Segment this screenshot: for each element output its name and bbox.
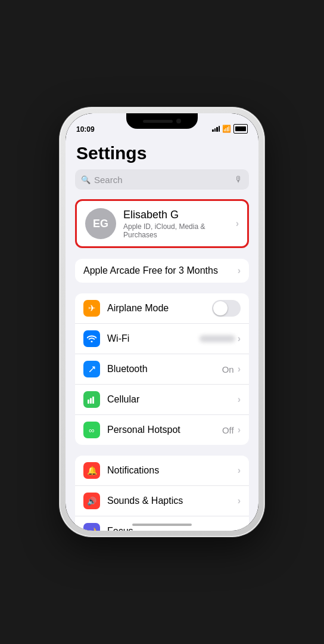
airplane-mode-icon: ✈ [83, 300, 100, 317]
cellular-row[interactable]: Cellular › [75, 385, 249, 415]
sounds-label: Sounds & Haptics [107, 496, 238, 506]
chevron-right-icon: › [238, 265, 241, 276]
cellular-svg [88, 395, 96, 404]
home-bar [132, 524, 192, 526]
bluetooth-icon: ⭧ [83, 361, 100, 377]
signal-bar-4 [219, 126, 220, 132]
svg-rect-0 [88, 400, 89, 404]
camera [176, 119, 181, 123]
bluetooth-label: Bluetooth [107, 364, 222, 374]
phone-frame: 10:09 📶 [60, 107, 264, 537]
notch [126, 113, 198, 129]
hotspot-row[interactable]: ∞ Personal Hotspot Off › [75, 415, 249, 445]
svg-rect-2 [92, 397, 94, 404]
microphone-icon: 🎙 [235, 175, 243, 184]
wifi-label: Wi-Fi [107, 333, 200, 344]
settings-content: Settings 🔍 Search 🎙 EG Elisabeth G Apple… [66, 137, 258, 531]
wifi-row[interactable]: Wi-Fi › [75, 324, 249, 354]
svg-rect-1 [90, 398, 92, 404]
chevron-right-icon: › [236, 218, 239, 229]
cellular-icon [83, 391, 100, 408]
notifications-label: Notifications [107, 465, 238, 476]
hotspot-label: Personal Hotspot [107, 425, 222, 435]
chevron-right-icon: › [238, 496, 241, 506]
arcade-banner[interactable]: Apple Arcade Free for 3 Months › [75, 259, 249, 283]
notifications-icon: 🔔 [83, 462, 100, 479]
profile-name: Elisabeth G [123, 209, 236, 221]
bluetooth-value: On [222, 364, 234, 374]
connectivity-section: ✈ Airplane Mode [75, 293, 249, 445]
battery-icon [233, 124, 248, 134]
profile-subtitle: Apple ID, iCloud, Media & Purchases [123, 222, 236, 239]
search-icon: 🔍 [81, 175, 91, 184]
signal-bar-3 [216, 127, 218, 132]
arcade-label: Apple Arcade Free for 3 Months [83, 265, 238, 276]
notifications-row[interactable]: 🔔 Notifications › [75, 456, 249, 486]
airplane-mode-toggle[interactable] [212, 300, 241, 317]
airplane-mode-row[interactable]: ✈ Airplane Mode [75, 293, 249, 324]
signal-bar-2 [214, 128, 216, 132]
wifi-icon [83, 330, 100, 347]
chevron-right-icon: › [238, 425, 241, 435]
screen: 10:09 📶 [66, 113, 258, 531]
chevron-right-icon: › [238, 364, 241, 374]
search-bar[interactable]: 🔍 Search 🎙 [75, 169, 249, 190]
hotspot-value: Off [222, 425, 234, 435]
home-indicator-area [66, 513, 258, 531]
signal-bars-icon [212, 126, 220, 132]
wifi-icon: 📶 [222, 125, 231, 133]
hotspot-icon: ∞ [83, 422, 100, 438]
sounds-row[interactable]: 🔊 Sounds & Haptics › [75, 486, 249, 516]
sounds-icon: 🔊 [83, 493, 100, 509]
wifi-svg [87, 335, 96, 342]
phone-screen-container: 10:09 📶 [66, 113, 258, 531]
toggle-knob [213, 301, 228, 315]
speaker [143, 120, 173, 123]
search-placeholder: Search [94, 175, 231, 185]
status-icons: 📶 [212, 124, 248, 134]
airplane-mode-label: Airplane Mode [107, 303, 212, 314]
chevron-right-icon: › [238, 394, 241, 405]
page-title: Settings [75, 143, 249, 163]
wifi-network-name-blurred [200, 335, 235, 342]
signal-bar-1 [212, 129, 214, 132]
avatar: EG [85, 208, 116, 239]
chevron-right-icon: › [238, 333, 241, 344]
chevron-right-icon: › [238, 465, 241, 476]
bluetooth-row[interactable]: ⭧ Bluetooth On › [75, 354, 249, 385]
profile-card[interactable]: EG Elisabeth G Apple ID, iCloud, Media &… [75, 199, 249, 248]
cellular-label: Cellular [107, 394, 238, 405]
profile-info: Elisabeth G Apple ID, iCloud, Media & Pu… [123, 209, 236, 239]
